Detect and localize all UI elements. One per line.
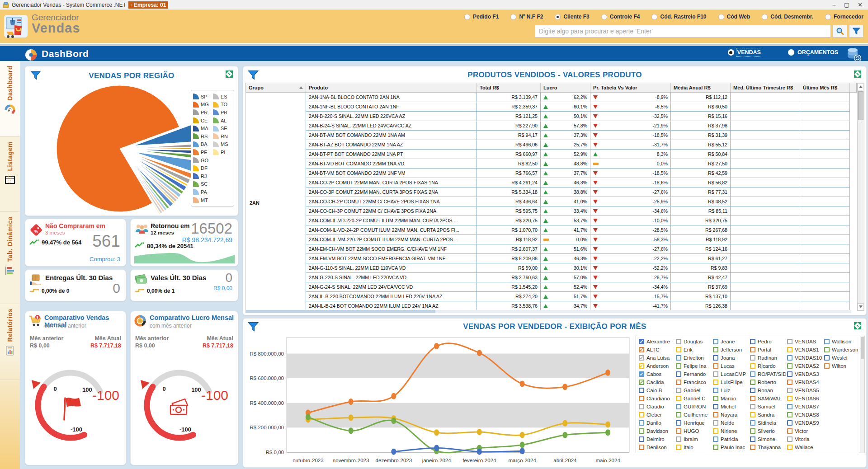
scroll-thumb[interactable] [858,91,863,120]
column-header-produto[interactable]: Produto [306,83,477,92]
checkbox-icon[interactable] [824,363,830,369]
vendor-checkbox-paulo-inac[interactable]: Paulo Inac [713,443,750,451]
table-row[interactable]: 2AN-BT-AZ BOT COMANDO 22MM 1NA AZR$ 496,… [246,140,857,150]
checkbox-icon[interactable] [676,445,681,450]
checkbox-icon[interactable]: ✓ [639,339,644,344]
legend-item-pa[interactable]: PA [193,188,212,196]
search-mode-controle-f4[interactable]: Controle F4 [601,14,640,20]
checkbox-icon[interactable] [787,445,793,450]
vendor-scroll-thumb[interactable] [861,337,864,359]
legend-item-pi[interactable]: PI [213,148,232,156]
checkbox-icon[interactable] [713,445,718,450]
vendor-checkbox-wallace[interactable]: Wallace [787,443,824,451]
vendor-checkbox-gabriel-c[interactable]: Gabriel.C [676,394,713,403]
checkbox-icon[interactable] [676,420,681,426]
vendor-checkbox-delmiro[interactable]: Delmiro [639,435,676,443]
radio-icon[interactable] [464,14,470,20]
vendor-checkbox-anderson[interactable]: ✓Anderson [639,362,676,370]
checkbox-icon[interactable] [676,412,681,417]
checkbox-icon[interactable] [787,355,793,361]
checkbox-icon[interactable] [824,339,830,344]
vendor-checkbox-vendas2[interactable]: VENDAS2 [787,362,824,370]
vendor-checkbox-davidson[interactable]: Davidson [639,427,676,435]
checkbox-icon[interactable] [713,371,718,377]
checkbox-icon[interactable]: ✓ [639,363,644,369]
legend-item-df[interactable]: DF [193,164,212,172]
radio-icon[interactable] [601,14,607,20]
checkbox-icon[interactable] [713,436,718,442]
checkbox-icon[interactable] [750,445,755,450]
filter-button[interactable] [849,25,863,38]
checkbox-icon[interactable] [787,363,793,369]
scroll-up-arrow[interactable] [858,83,864,90]
table-row[interactable]: 2AN-COM-IL-VD-24-2P COMUT ILUM 22MM MAN.… [246,225,857,235]
vendor-checkbox-ricardo[interactable]: Ricardo [750,362,787,370]
vendor-checkbox-vendas1[interactable]: VENDAS1 [787,346,824,354]
search-mode-cliente-f3[interactable]: Cliente F3 [555,14,589,20]
checkbox-icon[interactable] [713,428,718,434]
search-mode-c-d-rastreio-f10[interactable]: Cód. Rastreio F10 [651,14,706,20]
radio-icon[interactable] [825,14,831,20]
vendor-checkbox-italo[interactable]: Italo [676,443,713,451]
table-row[interactable]: 2AN-EM-VM BOT 22MM SOCO EMERGENCIA GIRAT… [246,254,857,263]
vendor-checkbox-cacilda[interactable]: ✓Cacilda [639,378,676,386]
vendor-checkbox-ana-luisa[interactable]: ✓Ana Luisa [639,354,676,362]
radio-icon[interactable] [510,14,516,20]
vendor-scrollbar[interactable] [860,336,865,453]
checkbox-icon[interactable] [750,404,755,409]
vendor-checkbox-simone[interactable]: Simone [750,435,787,443]
checkbox-icon[interactable] [639,388,644,393]
search-input[interactable] [535,25,831,38]
vendor-checkbox-guilherme[interactable]: Guilherme [676,411,713,419]
legend-item-sc[interactable]: SC [193,180,212,188]
minimize-button[interactable]: – [833,0,836,10]
vendor-checkbox-vendas[interactable]: VENDAS [787,338,824,346]
vendor-checkbox-vitoria[interactable]: Vitoria [787,435,824,443]
legend-item-mg[interactable]: MG [193,101,212,109]
vendor-checkbox-wallison[interactable]: Wallison [824,338,861,346]
checkbox-icon[interactable] [639,396,644,401]
vendor-checkbox-wilton[interactable]: Wilton [824,362,861,370]
column-header-lucro[interactable]: Lucro [541,83,590,92]
column-header-grupo[interactable]: Grupo [246,83,306,92]
vendor-checkbox-denilson[interactable]: Denilson [639,443,676,451]
table-row[interactable]: 2AN-BT-PT BOT COMANDO 22MM 1NA PTR$ 660,… [246,150,857,159]
sidebar-item-relat-rios[interactable]: Relatórios [0,304,20,380]
checkbox-icon[interactable] [676,404,681,409]
vendor-checkbox-pedro[interactable]: Pedro [750,338,787,346]
column-header-pr-tabela-vs-valor[interactable]: Pr. Tabela Vs Valor [590,83,671,92]
vendor-checkbox-vendas8[interactable]: VENDAS8 [787,411,824,419]
checkbox-icon[interactable] [676,388,681,393]
legend-item-rs[interactable]: RS [193,132,212,141]
legend-item-rj[interactable]: RJ [193,172,212,180]
legend-item-pr[interactable]: PR [193,108,212,117]
checkbox-icon[interactable] [750,428,755,434]
checkbox-icon[interactable] [713,339,718,344]
vendor-checkbox-thayanna[interactable]: Thayanna [750,443,787,451]
vendor-checkbox-luisfilipe[interactable]: LuisFilipe [713,378,750,386]
column-header-m-d-ltimo-trimestre-r-[interactable]: Méd. Último Trimestre R$ [731,83,800,92]
search-mode-c-d-web[interactable]: Cód Web [718,14,750,20]
checkbox-icon[interactable] [787,396,793,401]
vendor-checkbox-neide[interactable]: Neide [713,419,750,427]
products-expand-icon[interactable] [854,70,862,78]
legend-item-go[interactable]: GO [193,156,212,164]
close-button[interactable]: ✕ [858,0,863,10]
radio-icon[interactable] [651,14,657,20]
radio-icon[interactable] [555,14,561,20]
checkbox-icon[interactable]: ✓ [639,371,644,377]
radio-icon[interactable] [762,14,768,20]
vendor-checkbox-luiz[interactable]: Luiz [713,386,750,394]
vendor-checkbox-douglas[interactable]: Douglas [676,338,713,346]
checkbox-icon[interactable] [750,388,755,393]
vendor-checkbox-caio-b[interactable]: Caio.B [639,386,676,394]
checkbox-icon[interactable] [713,388,718,393]
database-refresh-icon[interactable] [845,47,862,62]
vendor-checkbox-danilo[interactable]: Danilo [639,419,676,427]
column-header-m-dia-anual-r-[interactable]: Média Anual R$ [671,83,731,92]
vendor-checkbox-lucas[interactable]: Lucas [713,362,750,370]
checkbox-icon[interactable] [750,396,755,401]
vendor-checkbox-erivelton[interactable]: Erivelton [676,354,713,362]
legend-item-es[interactable]: ES [213,93,232,101]
checkbox-icon[interactable] [787,347,793,352]
